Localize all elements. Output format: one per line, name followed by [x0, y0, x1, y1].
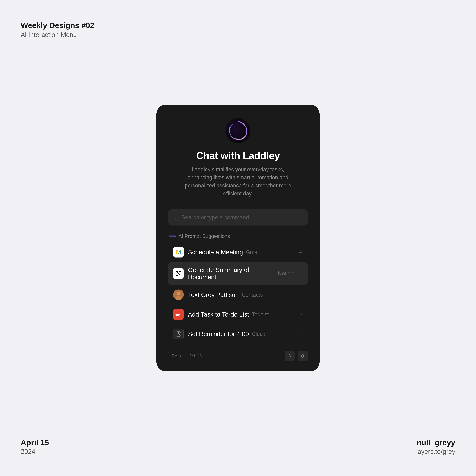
date-label: April 15	[21, 438, 49, 447]
page-subtitle: Ai Interaction Menu	[21, 31, 94, 38]
suggestion-app-gmail: Gmail	[246, 249, 260, 255]
card-title: Chat with Laddley	[196, 150, 280, 161]
suggestion-item-gmail[interactable]: M Schedule a Meeting Gmail →	[168, 243, 308, 262]
author-url: layers.to/grey	[416, 448, 455, 455]
header-section: Weekly Designs #02 Ai Interaction Menu	[21, 21, 94, 38]
suggestion-label-clock: Set Reminder for 4:00	[188, 330, 249, 338]
footer-actions	[285, 351, 308, 361]
suggestion-text-gmail: Schedule a Meeting Gmail	[188, 249, 293, 256]
search-bar[interactable]: ⌕ Search or type a command...	[168, 209, 308, 225]
author-handle: null_greyy	[416, 438, 455, 447]
svg-line-10	[178, 334, 180, 335]
search-input-placeholder: Search or type a command...	[181, 214, 254, 221]
year-label: 2024	[21, 448, 49, 455]
suggestion-app-notion: Notion	[278, 271, 293, 277]
bottom-right-info: null_greyy layers.to/grey	[416, 438, 455, 455]
svg-point-6	[177, 292, 180, 295]
suggestion-text-clock: Set Reminder for 4:00 Clock	[188, 330, 293, 338]
suggestions-list: M Schedule a Meeting Gmail → N Generate …	[168, 243, 308, 343]
suggestion-app-contacts: Contacts	[242, 292, 263, 298]
ai-prompt-icon: ⟹	[168, 233, 176, 239]
suggestion-label-gmail: Schedule a Meeting	[188, 249, 243, 256]
suggestion-item-contacts[interactable]: Text Grey Pattison Contacts →	[168, 285, 308, 304]
bottom-left-info: April 15 2024	[21, 438, 49, 455]
suggestion-arrow-contacts: →	[298, 292, 303, 298]
ai-logo	[225, 118, 251, 143]
suggestions-section-header: ⟹ AI Prompt Suggestions	[168, 233, 308, 239]
suggestion-label-contacts: Text Grey Pattison	[188, 291, 239, 298]
ai-chat-card: Chat with Laddley Laddley simplifies you…	[156, 105, 320, 371]
version-badge: V1.03	[187, 352, 205, 360]
notion-icon: N	[173, 268, 184, 279]
suggestion-item-clock[interactable]: Set Reminder for 4:00 Clock →	[168, 324, 308, 343]
thumbs-up-button[interactable]	[285, 351, 295, 361]
gmail-icon: M	[173, 247, 184, 257]
suggestion-label-notion: Generate Summary of Document	[188, 266, 275, 281]
card-footer: Beta V1.03	[168, 351, 308, 361]
search-icon: ⌕	[174, 214, 178, 221]
suggestion-app-todoist: Todoist	[252, 311, 269, 318]
suggestion-arrow-gmail: →	[298, 249, 303, 255]
suggestion-text-notion: Generate Summary of Document Notion	[188, 266, 293, 281]
suggestion-arrow-notion: →	[298, 271, 303, 277]
clock-icon	[173, 329, 184, 339]
suggestion-text-contacts: Text Grey Pattison Contacts	[188, 291, 293, 298]
suggestion-item-todoist[interactable]: Add Task to To-do List Todoist →	[168, 305, 308, 324]
suggestion-arrow-clock: →	[298, 331, 303, 337]
todoist-icon	[173, 309, 184, 320]
thumbs-down-button[interactable]	[298, 351, 308, 361]
footer-badges: Beta V1.03	[168, 352, 205, 360]
beta-badge: Beta	[168, 352, 184, 360]
page-title: Weekly Designs #02	[21, 21, 94, 30]
suggestion-app-clock: Clock	[252, 331, 265, 337]
svg-point-7	[175, 296, 181, 300]
suggestion-label-todoist: Add Task to To-do List	[188, 311, 249, 318]
card-description: Laddley simplifies your everyday tasks, …	[180, 166, 296, 198]
suggestion-item-notion[interactable]: N Generate Summary of Document Notion →	[168, 262, 308, 285]
suggestion-arrow-todoist: →	[298, 311, 303, 318]
suggestion-text-todoist: Add Task to To-do List Todoist	[188, 311, 293, 318]
section-title: AI Prompt Suggestions	[178, 233, 230, 239]
contacts-avatar	[173, 289, 184, 300]
